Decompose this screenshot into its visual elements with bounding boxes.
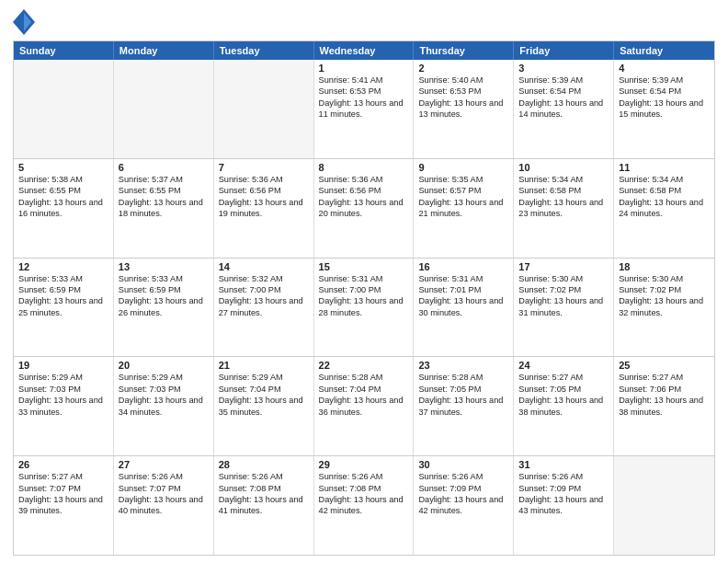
cell-info-line: Daylight: 13 hours and 18 minutes.	[119, 198, 203, 218]
cell-info-line: Daylight: 13 hours and 32 minutes.	[619, 296, 703, 316]
day-number: 16	[418, 261, 508, 272]
cell-info-line: Sunrise: 5:26 AM	[418, 472, 483, 481]
cell-info-line: Daylight: 13 hours and 34 minutes.	[119, 396, 203, 416]
cell-info-line: Sunrise: 5:26 AM	[119, 472, 183, 481]
calendar-cell: 22Sunrise: 5:28 AMSunset: 7:04 PMDayligh…	[314, 357, 415, 455]
cell-info: Sunrise: 5:26 AMSunset: 7:09 PMDaylight:…	[418, 471, 508, 517]
cell-info-line: Sunset: 6:53 PM	[418, 86, 481, 96]
day-number: 12	[18, 261, 108, 272]
day-number: 18	[619, 261, 710, 272]
day-number: 20	[119, 360, 209, 371]
cell-info-line: Sunset: 7:07 PM	[18, 484, 81, 493]
day-number: 5	[18, 162, 108, 173]
cell-info-line: Daylight: 13 hours and 26 minutes.	[119, 296, 203, 316]
calendar-body: 1Sunrise: 5:41 AMSunset: 6:53 PMDaylight…	[14, 60, 714, 555]
cell-info-line: Sunrise: 5:41 AM	[319, 75, 383, 85]
cell-info-line: Sunrise: 5:26 AM	[219, 472, 283, 481]
cell-info: Sunrise: 5:28 AMSunset: 7:05 PMDaylight:…	[418, 372, 508, 418]
cell-info-line: Daylight: 13 hours and 39 minutes.	[18, 495, 103, 515]
cell-info-line: Sunrise: 5:33 AM	[18, 274, 83, 283]
cell-info-line: Sunrise: 5:27 AM	[518, 373, 583, 382]
day-number: 13	[119, 261, 209, 272]
cell-info-line: Sunrise: 5:26 AM	[319, 472, 383, 481]
cell-info-line: Daylight: 13 hours and 27 minutes.	[219, 296, 303, 316]
cell-info-line: Sunset: 7:08 PM	[219, 484, 281, 493]
cell-info-line: Sunset: 6:56 PM	[219, 186, 281, 195]
calendar-header: SundayMondayTuesdayWednesdayThursdayFrid…	[14, 41, 714, 60]
calendar: SundayMondayTuesdayWednesdayThursdayFrid…	[13, 40, 715, 556]
cell-info-line: Daylight: 13 hours and 28 minutes.	[319, 296, 404, 316]
calendar-row: 19Sunrise: 5:29 AMSunset: 7:03 PMDayligh…	[14, 357, 714, 456]
calendar-cell: 20Sunrise: 5:29 AMSunset: 7:03 PMDayligh…	[114, 357, 214, 455]
calendar-cell: 15Sunrise: 5:31 AMSunset: 7:00 PMDayligh…	[314, 259, 415, 357]
cell-info: Sunrise: 5:36 AMSunset: 6:56 PMDaylight:…	[219, 174, 309, 220]
cell-info-line: Sunrise: 5:39 AM	[619, 75, 683, 85]
calendar-cell	[214, 60, 314, 158]
cell-info-line: Sunset: 6:54 PM	[518, 86, 581, 96]
cell-info-line: Daylight: 13 hours and 38 minutes.	[619, 396, 703, 416]
calendar-cell: 10Sunrise: 5:34 AMSunset: 6:58 PMDayligh…	[514, 159, 614, 258]
day-number: 25	[619, 360, 710, 371]
cell-info: Sunrise: 5:31 AMSunset: 7:00 PMDaylight:…	[319, 273, 409, 319]
cell-info: Sunrise: 5:38 AMSunset: 6:55 PMDaylight:…	[18, 174, 108, 220]
cell-info-line: Daylight: 13 hours and 20 minutes.	[319, 198, 404, 218]
cell-info-line: Sunrise: 5:31 AM	[418, 274, 483, 283]
cell-info-line: Sunset: 6:56 PM	[319, 186, 381, 195]
cell-info: Sunrise: 5:26 AMSunset: 7:08 PMDaylight:…	[319, 471, 409, 517]
calendar-cell: 13Sunrise: 5:33 AMSunset: 6:59 PMDayligh…	[114, 259, 214, 357]
cell-info-line: Sunset: 7:09 PM	[518, 484, 581, 493]
cell-info-line: Sunset: 6:58 PM	[619, 186, 681, 195]
cell-info-line: Sunrise: 5:34 AM	[619, 175, 683, 184]
cell-info-line: Daylight: 13 hours and 16 minutes.	[18, 198, 103, 218]
calendar-cell: 31Sunrise: 5:26 AMSunset: 7:09 PMDayligh…	[514, 456, 614, 555]
cell-info: Sunrise: 5:29 AMSunset: 7:04 PMDaylight:…	[219, 372, 309, 418]
cell-info-line: Daylight: 13 hours and 19 minutes.	[219, 198, 303, 218]
cell-info: Sunrise: 5:30 AMSunset: 7:02 PMDaylight:…	[518, 273, 609, 319]
calendar-row: 26Sunrise: 5:27 AMSunset: 7:07 PMDayligh…	[14, 456, 714, 555]
cell-info-line: Sunset: 7:05 PM	[418, 385, 481, 394]
calendar-cell: 17Sunrise: 5:30 AMSunset: 7:02 PMDayligh…	[514, 259, 614, 357]
day-number: 14	[219, 261, 309, 272]
calendar-cell: 18Sunrise: 5:30 AMSunset: 7:02 PMDayligh…	[614, 259, 714, 357]
calendar-cell: 9Sunrise: 5:35 AMSunset: 6:57 PMDaylight…	[414, 159, 514, 258]
cell-info-line: Daylight: 13 hours and 23 minutes.	[518, 198, 603, 218]
cell-info: Sunrise: 5:28 AMSunset: 7:04 PMDaylight:…	[319, 372, 409, 418]
weekday-header: Tuesday	[214, 41, 314, 60]
cell-info-line: Sunset: 7:04 PM	[219, 385, 281, 394]
calendar-cell	[614, 456, 714, 555]
cell-info: Sunrise: 5:40 AMSunset: 6:53 PMDaylight:…	[418, 75, 508, 121]
cell-info-line: Daylight: 13 hours and 15 minutes.	[619, 98, 703, 119]
cell-info-line: Daylight: 13 hours and 13 minutes.	[418, 98, 503, 119]
cell-info-line: Daylight: 13 hours and 25 minutes.	[18, 296, 103, 316]
cell-info-line: Sunset: 6:59 PM	[18, 285, 81, 294]
cell-info-line: Sunset: 7:06 PM	[619, 385, 681, 394]
cell-info-line: Sunset: 7:03 PM	[119, 385, 181, 394]
cell-info-line: Sunrise: 5:29 AM	[219, 373, 283, 382]
day-number: 3	[518, 63, 609, 74]
calendar-cell: 26Sunrise: 5:27 AMSunset: 7:07 PMDayligh…	[14, 456, 114, 555]
page: SundayMondayTuesdayWednesdayThursdayFrid…	[0, 0, 728, 563]
cell-info: Sunrise: 5:26 AMSunset: 7:07 PMDaylight:…	[119, 471, 209, 517]
cell-info-line: Sunset: 6:58 PM	[518, 186, 581, 195]
calendar-cell: 2Sunrise: 5:40 AMSunset: 6:53 PMDaylight…	[414, 60, 514, 158]
cell-info-line: Daylight: 13 hours and 33 minutes.	[18, 396, 103, 416]
day-number: 1	[319, 63, 409, 74]
cell-info-line: Sunset: 7:02 PM	[518, 285, 581, 294]
cell-info: Sunrise: 5:39 AMSunset: 6:54 PMDaylight:…	[619, 75, 710, 121]
calendar-cell: 7Sunrise: 5:36 AMSunset: 6:56 PMDaylight…	[214, 159, 314, 258]
cell-info-line: Daylight: 13 hours and 31 minutes.	[518, 296, 603, 316]
cell-info-line: Sunset: 7:08 PM	[319, 484, 381, 493]
cell-info-line: Sunrise: 5:35 AM	[418, 175, 483, 184]
cell-info-line: Daylight: 13 hours and 35 minutes.	[219, 396, 303, 416]
cell-info: Sunrise: 5:32 AMSunset: 7:00 PMDaylight:…	[219, 273, 309, 319]
calendar-cell: 27Sunrise: 5:26 AMSunset: 7:07 PMDayligh…	[114, 456, 214, 555]
day-number: 29	[319, 459, 409, 470]
day-number: 17	[518, 261, 609, 272]
cell-info-line: Sunset: 6:55 PM	[18, 186, 81, 195]
cell-info-line: Sunrise: 5:37 AM	[119, 175, 183, 184]
cell-info-line: Sunset: 6:57 PM	[418, 186, 481, 195]
cell-info-line: Sunrise: 5:36 AM	[319, 175, 383, 184]
cell-info-line: Sunrise: 5:27 AM	[619, 373, 683, 382]
cell-info: Sunrise: 5:37 AMSunset: 6:55 PMDaylight:…	[119, 174, 209, 220]
calendar-cell: 11Sunrise: 5:34 AMSunset: 6:58 PMDayligh…	[614, 159, 714, 258]
